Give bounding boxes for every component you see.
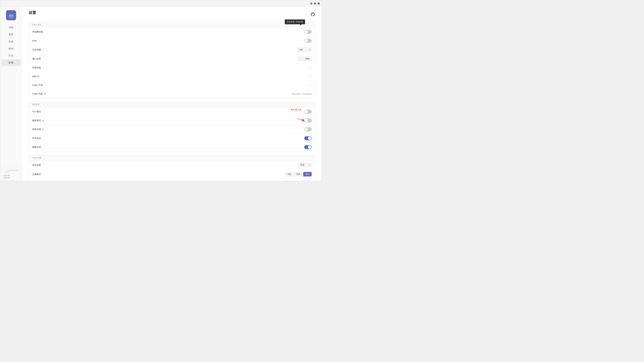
tun-mode-control: 将此项关闭 [304,110,312,114]
web-ui-arrow-icon[interactable]: → [309,75,312,78]
titlebar-buttons: – □ ✕ [310,2,320,5]
log-level-dropdown-wrapper: Debug Info Warning Error Silent [298,48,312,52]
autostart-label: 开机自启 [32,137,41,140]
svg-point-7 [11,15,12,16]
setting-row-service-mode: 服务模式 ⚙ [29,116,315,125]
language-dropdown-wrapper: 中文 English [298,163,312,167]
theme-btn-light[interactable]: 浅色 [285,172,294,176]
lan-label: 局域网连接 [32,30,43,33]
titlebar: – □ ✕ [0,0,322,7]
setting-row-log-level: 日志等级 Debug Info Warning Error Silent [29,45,315,54]
speed-graph [4,168,18,173]
theme-mode-label: 主题模式 [32,173,41,176]
setting-row-clash-core: Clash 内核 ⚙ 2023.08.17 Premium [29,89,315,98]
port-input[interactable] [298,57,312,61]
system-proxy-label: 系统代理 ⚙ [32,128,44,131]
theme-btn-system[interactable]: 系统 [303,172,312,176]
tun-mode-toggle[interactable] [304,110,312,114]
setting-row-theme-settings: 主题设置 → [29,179,315,181]
github-icon[interactable] [310,12,315,17]
setting-row-external-ctrl: 外部控制 → [29,63,315,72]
app-body: 代理 配置 连 接 规 则 日 志 设 置 [0,7,322,181]
sidebar: 代理 配置 连 接 规 则 日 志 设 置 [0,7,22,181]
log-level-label: 日志等级 [32,48,41,51]
maximize-button[interactable]: □ [314,2,316,5]
setting-row-port: 端口设置 [29,54,315,63]
setting-row-autostart: 开机自启 [29,134,315,143]
download-speed-row: ↓ 218 B/s [2,177,20,179]
silent-start-toggle[interactable] [304,145,312,149]
main-content: 设置 正在发言: iPad (6) Clash 设置 局域网连接 [22,7,322,181]
clash-core-gear-icon[interactable]: ⚙ [44,93,46,95]
sidebar-item-logs[interactable]: 日 志 [2,52,20,59]
sidebar-item-config[interactable]: 配置 [2,31,20,38]
sidebar-item-connect[interactable]: 连 接 [2,38,20,45]
language-control: 中文 English [298,163,312,167]
ipv6-label: IPv6 [32,39,36,42]
github-tooltip: 正在发言: iPad (6) [285,19,305,24]
clash-settings-section: Clash 设置 局域网连接 IPv6 日志等级 [29,22,315,98]
svg-point-4 [10,15,10,15]
download-arrow-icon: ↓ [2,177,3,179]
sidebar-bottom: ↑ 153 B/s ↓ 218 B/s [0,166,22,181]
sidebar-item-rules[interactable]: 规 则 [2,45,20,52]
upload-arrow-icon: ↑ [2,174,3,176]
system-proxy-gear-icon[interactable]: ⚙ [42,128,44,131]
silent-start-label: 静默启动 [32,146,41,149]
clash-fields-control: → [309,84,312,87]
setting-row-ipv6: IPv6 [29,36,315,45]
main-header: 设置 正在发言: iPad (6) [29,10,315,18]
svg-rect-6 [10,15,12,15]
verge-section-title: Verge 设置 [29,155,315,161]
port-label: 端口设置 [32,57,41,60]
system-proxy-toggle[interactable] [304,127,312,131]
sidebar-nav: 代理 配置 连 接 规 则 日 志 设 置 [0,24,22,66]
external-ctrl-control: → [309,66,312,69]
clash-fields-arrow-icon[interactable]: → [309,84,312,87]
setting-row-silent-start: 静默启动 [29,143,315,151]
download-unit: B/s [8,177,10,179]
ipv6-toggle[interactable] [304,39,312,43]
theme-buttons-group: 浅色 深色 系统 [285,172,312,176]
setting-row-clash-fields: Clash 字段 → [29,81,315,89]
clash-core-version: 2023.08.17 Premium [291,93,312,95]
setting-row-tun-mode: Tun 模式 将此项关闭 [29,107,315,116]
ipv6-control [304,39,312,43]
port-control [298,57,312,61]
clash-fields-label: Clash 字段 [32,84,43,87]
app-window: – □ ✕ [0,0,322,181]
download-speed: 218 [4,177,7,179]
language-label: 语言设置 [32,164,41,167]
service-mode-gear-icon[interactable]: ⚙ [42,119,44,122]
log-level-control: Debug Info Warning Error Silent [298,48,312,52]
sidebar-item-settings[interactable]: 设 置 [2,59,20,66]
close-button[interactable]: ✕ [318,2,320,5]
page-title: 设置 [29,10,36,15]
app-logo [0,10,22,20]
upload-speed-row: ↑ 153 B/s [2,174,20,176]
cat-logo-icon [6,10,16,20]
theme-btn-dark[interactable]: 深色 [294,172,302,176]
language-select[interactable]: 中文 English [298,163,312,167]
clash-section-title: Clash 设置 [29,22,315,27]
log-level-select[interactable]: Debug Info Warning Error Silent [298,48,312,52]
sidebar-item-proxy[interactable]: 代理 [2,24,20,31]
web-ui-label: Web UI [32,75,40,78]
upload-speed: 153 [4,174,7,176]
autostart-toggle[interactable] [304,136,312,140]
tun-annotation: 将此项关闭 [291,108,302,111]
silent-start-control [304,145,312,149]
lan-toggle[interactable] [304,30,312,34]
service-mode-toggle[interactable] [304,118,312,122]
service-mode-control [304,118,312,122]
setting-row-web-ui: Web UI → [29,72,315,81]
system-proxy-control [304,127,312,131]
tun-mode-label: Tun 模式 [32,110,41,113]
setting-row-theme-mode: 主题模式 浅色 深色 系统 [29,170,315,179]
system-settings-section: 系统设置 Tun 模式 将此项关闭 服务模式 ⚙ [29,102,315,152]
setting-row-language: 语言设置 中文 English [29,161,315,170]
external-ctrl-arrow-icon[interactable]: → [309,66,312,69]
clash-core-label: Clash 内核 ⚙ [32,92,46,95]
minimize-button[interactable]: – [310,2,312,5]
upload-unit: B/s [8,174,10,176]
